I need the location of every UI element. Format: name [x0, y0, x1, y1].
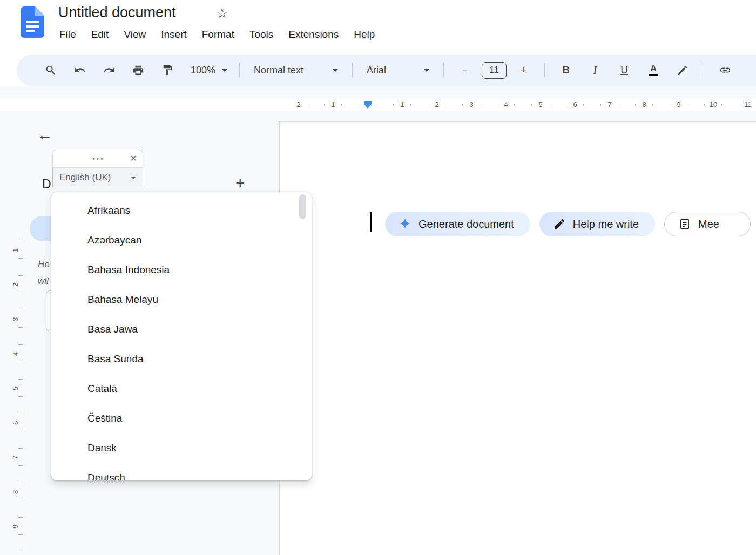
redo-icon [103, 64, 115, 76]
menu-item[interactable]: Edit [84, 26, 117, 43]
ruler-number: 8 [627, 99, 662, 111]
docs-logo-icon [21, 6, 44, 38]
paint-format-button[interactable] [159, 62, 176, 78]
menu-item[interactable]: File [52, 26, 84, 43]
sparkle-icon [399, 218, 411, 231]
document-page[interactable]: Generate document Help me write Mee [279, 121, 756, 555]
ruler-number: 10 [696, 99, 731, 111]
language-option[interactable]: Čeština [51, 403, 312, 433]
decrease-font-size-button[interactable]: − [457, 62, 473, 78]
close-icon[interactable]: ✕ [130, 153, 137, 164]
helper-line: He [38, 256, 50, 273]
menu-item[interactable]: View [116, 26, 153, 43]
language-option[interactable]: Basa Jawa [51, 314, 312, 344]
zoom-control[interactable]: 100% [191, 65, 227, 76]
ruler-number: 3 [454, 99, 489, 111]
helper-line: wil [38, 273, 50, 289]
text-cursor [370, 212, 372, 232]
editor-canvas: Generate document Help me write Mee ← D … [0, 86, 756, 555]
language-option[interactable]: Bahasa Indonesia [51, 255, 312, 285]
search-icon [45, 64, 57, 76]
menu-item[interactable]: Extensions [281, 26, 346, 43]
panel-helper-text: He wil [38, 256, 50, 289]
add-button[interactable]: + [235, 175, 245, 191]
panel-title-fragment: D [42, 177, 51, 192]
language-option[interactable]: Bahasa Melayu [51, 285, 312, 314]
ruler-number: 2 [281, 99, 316, 111]
toolbar-divider [544, 63, 545, 77]
language-selector-value: English (UK) [59, 172, 111, 183]
back-arrow-icon[interactable]: ← [37, 126, 53, 143]
ruler-number: 4 [11, 351, 19, 355]
ruler-number: 8 [11, 490, 19, 493]
language-list: Afrikaans Azərbaycan Bahasa Indonesia Ba… [51, 192, 312, 480]
language-option[interactable]: Dansk [51, 433, 312, 463]
language-option[interactable]: Basa Sunda [51, 344, 312, 374]
vertical-ruler[interactable]: 1 2 3 4 5 6 7 [9, 215, 23, 555]
ruler-number: 5 [11, 386, 19, 390]
docs-logo[interactable] [21, 6, 44, 38]
help-me-write-chip[interactable]: Help me write [539, 212, 655, 236]
ruler-number: 1 [385, 99, 420, 111]
generate-document-chip[interactable]: Generate document [385, 212, 530, 236]
undo-button[interactable] [72, 62, 88, 78]
menu-item[interactable]: Format [194, 26, 242, 43]
document-title[interactable]: Untitled document [58, 4, 176, 21]
underline-icon: U [620, 64, 628, 76]
menu-item[interactable]: Tools [242, 26, 281, 43]
scrollbar-thumb[interactable] [299, 194, 306, 219]
ruler-number: 9 [11, 524, 19, 528]
chip-label: Help me write [573, 218, 639, 231]
underline-button[interactable]: U [616, 62, 632, 78]
highlighter-icon [677, 64, 688, 76]
panel-mini-toolbar: ⋯ ✕ [52, 150, 143, 168]
font-family-control[interactable]: Arial [362, 65, 434, 76]
ruler-number: 6 [558, 99, 592, 111]
zoom-value: 100% [191, 65, 215, 76]
menu-item[interactable]: Help [346, 26, 382, 43]
star-icon[interactable]: ☆ [216, 5, 228, 21]
ruler-number: 1 [316, 99, 350, 111]
menu-bar: File Edit View Insert Format Tools Exten… [52, 26, 382, 43]
ruler-number: 2 [11, 282, 19, 286]
insert-link-button[interactable] [717, 62, 733, 78]
bold-icon: B [562, 64, 570, 76]
link-icon [719, 64, 731, 76]
language-selector-button[interactable]: English (UK) [52, 168, 143, 187]
text-color-button[interactable]: A [645, 62, 662, 78]
language-option[interactable]: Deutsch [51, 463, 312, 480]
horizontal-ruler[interactable]: 2 1 1 2 3 4 5 6 7 8 9 10 11 [0, 99, 756, 111]
ruler-number: 5 [523, 99, 558, 111]
font-family-value: Arial [367, 65, 386, 76]
indent-marker[interactable] [364, 101, 372, 109]
language-dropdown: Afrikaans Azərbaycan Bahasa Indonesia Ba… [51, 192, 312, 480]
highlight-color-button[interactable] [674, 62, 691, 78]
redo-button[interactable] [101, 62, 117, 78]
meeting-notes-chip[interactable]: Mee [664, 212, 751, 236]
language-option[interactable]: Azərbaycan [51, 225, 312, 255]
minus-icon: − [462, 64, 468, 76]
ruler-number: 9 [662, 99, 696, 111]
increase-font-size-button[interactable]: + [515, 62, 531, 78]
undo-icon [74, 64, 86, 76]
more-options-icon[interactable]: ⋯ [53, 151, 143, 166]
plus-icon: + [520, 64, 526, 76]
chevron-down-icon [424, 69, 429, 72]
menu-item[interactable]: Insert [153, 26, 194, 43]
italic-button[interactable]: I [587, 62, 603, 78]
toolbar-divider [443, 63, 444, 77]
search-button[interactable] [43, 62, 59, 78]
font-size-input[interactable]: 11 [482, 62, 507, 79]
language-option[interactable]: Afrikaans [51, 195, 312, 225]
paragraph-style-control[interactable]: Normal text [249, 65, 342, 76]
ruler-number: 7 [592, 99, 627, 111]
print-button[interactable] [130, 62, 146, 78]
print-icon [132, 64, 144, 76]
ruler-number: 4 [489, 99, 523, 111]
ruler-number: 3 [11, 317, 19, 321]
bold-button[interactable]: B [558, 62, 574, 78]
ruler-number: 2 [420, 99, 454, 111]
first-line-indent-icon [364, 101, 372, 104]
language-option[interactable]: Català [51, 374, 312, 403]
chip-label: Mee [698, 218, 719, 231]
